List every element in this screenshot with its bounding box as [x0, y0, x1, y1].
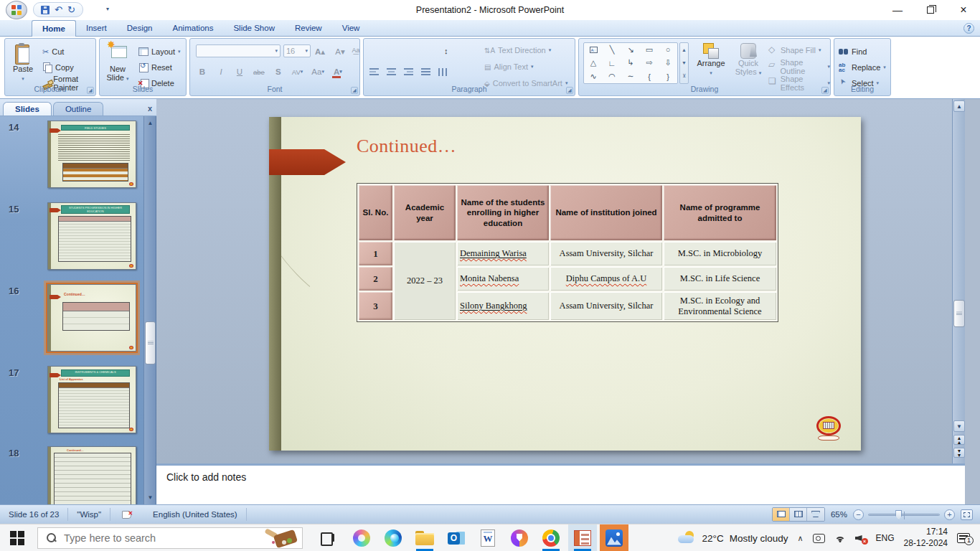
grow-font-button[interactable]: A▴ [314, 44, 326, 59]
restore-button[interactable] [914, 0, 947, 20]
slide-thumbnail-17[interactable]: INSTRUMENTS & CHEMICALS List of Apparatu… [47, 366, 136, 433]
wifi-icon[interactable] [834, 534, 846, 542]
tab-slideshow[interactable]: Slide Show [223, 20, 285, 37]
font-dialog-launcher-icon[interactable]: ◢ [351, 87, 358, 94]
underline-button[interactable]: U [233, 65, 246, 78]
shape-fill-button[interactable]: Shape Fill▾ [768, 43, 821, 57]
textbox-shape-icon[interactable]: A [590, 47, 598, 53]
scribble-shape-icon[interactable]: ∿ [590, 72, 596, 81]
tab-insert[interactable]: Insert [76, 20, 117, 37]
slide-thumbnail-16-selected[interactable]: Continued… [47, 284, 136, 352]
bold-button[interactable]: B [196, 65, 209, 78]
decrease-indent-button[interactable] [405, 47, 417, 57]
slide-thumbnail-18[interactable]: Continued… [47, 446, 136, 504]
replace-button[interactable]: abac Replace▾ [839, 60, 886, 75]
scroll-thumb[interactable] [953, 300, 965, 327]
taskbar-clock[interactable]: 17:14 28-12-2024 [904, 527, 948, 549]
shapes-gallery[interactable]: A ╲ ↘ ▭ ○ △ ∟ ↳ ⇨ ⇩ ∿ ◠ ∼ { } [583, 42, 678, 84]
quick-styles-button[interactable]: Quick Styles ▾ [731, 43, 765, 76]
arrow-shape-icon[interactable]: ↘ [627, 45, 633, 55]
notes-placeholder[interactable]: Click to add notes [166, 471, 246, 483]
strikethrough-button[interactable]: abe [252, 65, 266, 78]
arrange-button[interactable]: Arrange▾ [692, 43, 730, 76]
bullets-button[interactable] [369, 47, 381, 57]
connect-display-icon[interactable] [813, 534, 825, 543]
zoom-in-icon[interactable]: + [944, 509, 955, 520]
scroll-down-icon[interactable]: ▼ [953, 420, 965, 432]
change-case-button[interactable]: Aa▾ [310, 65, 326, 78]
previous-slide-button[interactable]: ▲▲ [953, 435, 965, 445]
shapes-gallery-scroll[interactable]: ▲ ▼ ⊻ [679, 42, 689, 84]
table-header-academic-year[interactable]: Academic year [394, 185, 456, 240]
panel-scroll-down-icon[interactable]: ▼ [145, 492, 156, 503]
minimize-button[interactable]: — [881, 0, 914, 20]
slideshow-view-button[interactable] [807, 508, 824, 521]
drawing-dialog-launcher-icon[interactable]: ◢ [821, 87, 829, 94]
tab-review[interactable]: Review [285, 20, 332, 37]
justify-button[interactable] [421, 68, 430, 75]
arc-shape-icon[interactable]: ◠ [608, 72, 616, 81]
slide-thumbnail-14[interactable]: FIELD STUDIES [47, 121, 136, 188]
scroll-up-icon[interactable]: ▲ [953, 100, 965, 112]
zoom-slider[interactable] [868, 514, 940, 516]
taskbar-chrome[interactable] [537, 524, 565, 551]
gallery-more-icon[interactable]: ⊻ [682, 73, 686, 79]
numbering-button[interactable] [387, 47, 399, 57]
shadow-button[interactable]: S [272, 65, 285, 78]
font-color-button[interactable]: A▾ [331, 65, 344, 78]
elbow-arrow-shape-icon[interactable]: ↳ [627, 58, 633, 67]
slide-title[interactable]: Continued… [357, 136, 456, 157]
tab-outline[interactable]: Outline [53, 102, 103, 116]
weather-widget[interactable]: 22°C Mostly cloudy [678, 531, 788, 545]
columns-button[interactable] [438, 68, 448, 76]
character-spacing-button[interactable]: AV▾ [291, 65, 304, 78]
right-brace-shape-icon[interactable]: } [666, 72, 669, 81]
copy-button[interactable]: Copy [42, 60, 74, 75]
task-view-icon[interactable] [320, 531, 334, 545]
slide-canvas[interactable]: Continued… Sl. No. Academic year Name of… [269, 117, 861, 451]
taskbar-outlook[interactable] [442, 524, 471, 551]
language-indicator[interactable]: ENG [876, 533, 895, 543]
paste-button[interactable]: Paste▾ [6, 43, 39, 82]
align-center-button[interactable] [387, 68, 396, 76]
elbow-shape-icon[interactable]: ∟ [608, 59, 616, 67]
gallery-down-icon[interactable]: ▼ [682, 60, 687, 65]
align-right-button[interactable] [404, 68, 413, 76]
line-spacing-button[interactable]: ↕ [441, 47, 453, 57]
panel-scroll-thumb[interactable] [145, 321, 156, 364]
start-button[interactable] [10, 531, 24, 545]
taskbar-powerpoint-active[interactable] [568, 524, 597, 551]
table-header-slno[interactable]: Sl. No. [359, 185, 392, 240]
close-button[interactable]: × [947, 0, 980, 20]
notification-center-icon[interactable]: 1 [957, 533, 970, 543]
tab-slides-thumbnails[interactable]: Slides [3, 102, 52, 116]
volume-muted-icon[interactable]: × [855, 533, 867, 543]
tab-view[interactable]: View [332, 20, 370, 37]
slide-table[interactable]: Sl. No. Academic year Name of the studen… [357, 183, 778, 322]
oval-shape-icon[interactable]: ○ [666, 45, 671, 54]
zoom-slider-thumb[interactable] [895, 510, 902, 520]
align-left-button[interactable] [369, 68, 379, 76]
taskbar-copilot[interactable] [347, 524, 376, 551]
table-row[interactable]: 1 2022 – 23 Demaining Warisa Assam Unive… [359, 242, 776, 265]
left-brace-shape-icon[interactable]: { [648, 72, 651, 81]
gallery-up-icon[interactable]: ▲ [682, 47, 687, 52]
fit-slide-to-window-button[interactable] [961, 509, 973, 520]
panel-scroll-up-icon[interactable]: ▲ [145, 118, 156, 128]
right-arrow-shape-icon[interactable]: ⇨ [646, 58, 652, 67]
font-name-combobox[interactable]: ▾ [196, 44, 281, 57]
slide-scrollbar[interactable]: ▲ ▼ ▲▲ ▼▼ [952, 99, 965, 504]
help-icon[interactable]: ? [963, 23, 974, 34]
clipboard-dialog-launcher-icon[interactable]: ◢ [87, 87, 94, 94]
notes-pane[interactable]: Click to add notes [156, 463, 965, 504]
tray-expand-icon[interactable]: ∧ [798, 534, 804, 543]
line-shape-icon[interactable]: ╲ [610, 45, 615, 55]
new-slide-button[interactable]: New Slide ▾ [101, 43, 134, 82]
next-slide-button[interactable]: ▼▼ [953, 448, 965, 458]
cut-button[interactable]: ✂ Cut [42, 44, 64, 59]
shape-outline-button[interactable]: Shape Outline▾ [768, 60, 830, 74]
table-header-students[interactable]: Name of the students enrolling in higher… [457, 185, 549, 240]
layout-button[interactable]: Layout▾ [138, 44, 181, 59]
font-size-combobox[interactable]: 16▾ [283, 44, 311, 57]
normal-view-button[interactable] [773, 508, 790, 521]
